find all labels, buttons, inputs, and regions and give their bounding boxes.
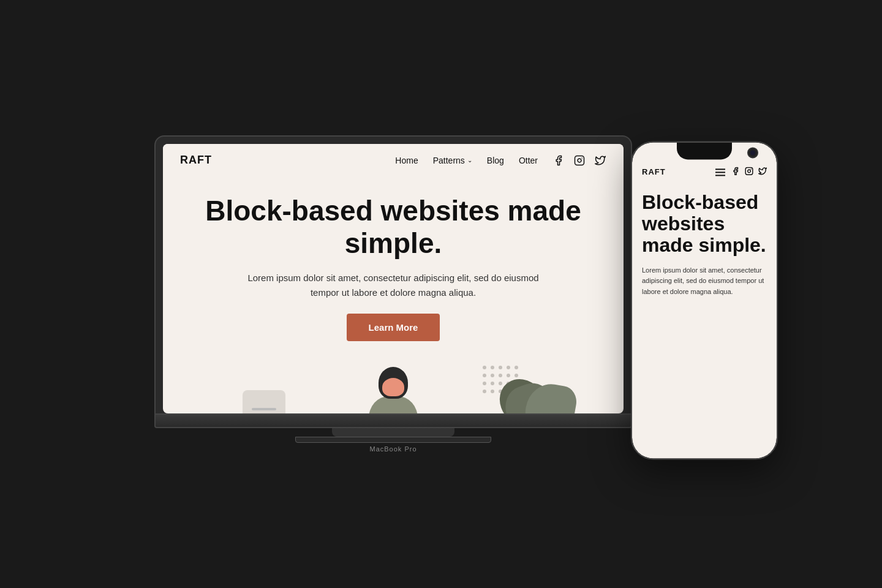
- phone-navbar: RAFT: [632, 162, 777, 182]
- phone-camera: [747, 147, 758, 158]
- phone-hero: Block-based websites made simple. Lorem …: [632, 182, 777, 304]
- instagram-icon[interactable]: [573, 154, 586, 167]
- laptop-logo: RAFT: [180, 154, 212, 167]
- twitter-icon[interactable]: [594, 154, 606, 167]
- laptop-headline: Block-based websites made simple.: [187, 195, 599, 260]
- phone-notch: [677, 142, 732, 159]
- nav-blog[interactable]: Blog: [487, 156, 504, 165]
- nav-home[interactable]: Home: [395, 156, 418, 165]
- laptop-nav-links: Home Patterns ⌄ Blog Otter: [395, 154, 606, 167]
- illus-card: [243, 390, 285, 413]
- hamburger-icon[interactable]: [715, 168, 725, 176]
- phone-headline: Block-based websites made simple.: [642, 192, 767, 257]
- phone-mockup: RAFT: [631, 141, 778, 459]
- nav-patterns[interactable]: Patterns ⌄: [433, 156, 472, 165]
- phone-facebook-icon[interactable]: [731, 167, 740, 177]
- phone-body-text: Lorem ipsum dolor sit amet, consectetur …: [642, 265, 767, 298]
- social-icons: [552, 154, 606, 167]
- chevron-down-icon: ⌄: [467, 157, 472, 164]
- phone-social-icons: [731, 167, 767, 177]
- phone-logo: RAFT: [642, 167, 666, 176]
- laptop-base: [154, 415, 632, 428]
- phone-instagram-icon[interactable]: [745, 167, 753, 177]
- phone-screen: RAFT: [632, 142, 777, 458]
- laptop-illustration: [163, 353, 624, 413]
- learn-more-button[interactable]: Learn More: [347, 314, 440, 341]
- phone-nav-right: [715, 167, 767, 177]
- laptop-screen-wrapper: RAFT Home Patterns ⌄ Blog Otter: [154, 135, 632, 415]
- laptop-stand: [332, 428, 454, 437]
- svg-rect-0: [575, 156, 584, 165]
- svg-rect-2: [745, 168, 753, 175]
- laptop-screen: RAFT Home Patterns ⌄ Blog Otter: [163, 144, 624, 413]
- scene: RAFT Home Patterns ⌄ Blog Otter: [74, 24, 809, 564]
- laptop-navbar: RAFT Home Patterns ⌄ Blog Otter: [163, 144, 624, 176]
- illus-person: [369, 367, 418, 413]
- nav-otter[interactable]: Otter: [519, 156, 538, 165]
- laptop-body-text: Lorem ipsum dolor sit amet, consectetur …: [234, 271, 552, 300]
- phone-twitter-icon[interactable]: [758, 167, 767, 177]
- laptop-mockup: RAFT Home Patterns ⌄ Blog Otter: [154, 135, 632, 453]
- facebook-icon[interactable]: [552, 154, 565, 167]
- macbook-label: MacBook Pro: [154, 445, 632, 453]
- laptop-hero: Block-based websites made simple. Lorem …: [163, 176, 624, 353]
- laptop-foot: [295, 437, 491, 443]
